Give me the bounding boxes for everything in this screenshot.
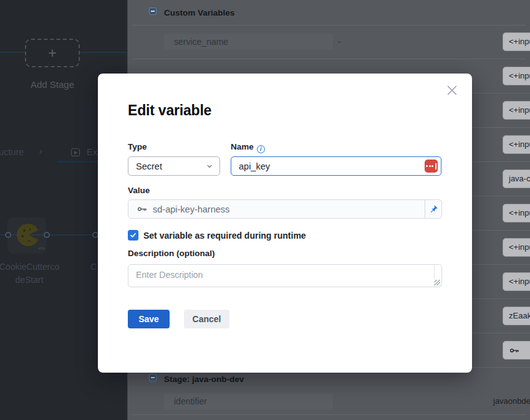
variable-value-input[interactable]: <+inpu [503,204,530,222]
code-badge-icon: </> [38,246,44,251]
resize-grip-icon[interactable] [435,280,440,285]
row-divider [473,230,530,231]
key-icon [509,345,519,356]
identifier-label-cell: identifier [164,393,333,409]
check-icon [130,232,137,239]
secret-value-field[interactable]: sd-api-key-harness [128,199,442,219]
secret-reference-text: sd-api-key-harness [153,204,425,214]
cookiecutter-step-icon[interactable] [16,222,41,247]
required-checkbox[interactable] [128,230,138,241]
type-select-value: Secret [136,161,162,171]
section-title-custom-variables: Custom Variables [164,8,234,17]
type-select[interactable]: Secret [128,156,220,176]
close-icon[interactable] [447,85,457,95]
row-divider [133,59,526,59]
password-manager-icon[interactable] [425,160,438,173]
chevron-down-icon [206,163,213,170]
edit-variable-dialog: Edit variable Type Secret Namei Value sd… [98,74,472,373]
required-checkbox-label[interactable]: Set variable as required during runtime [143,231,306,241]
variable-value-input[interactable]: <+inpu [503,238,530,257]
key-icon [137,204,147,214]
chevron-right-icon: › [39,144,42,158]
execution-play-icon [71,148,80,156]
tab-execution[interactable]: Ex [87,147,97,157]
node-label: CookieCutterco deStart [0,260,79,287]
graph-port-node[interactable] [5,232,11,238]
row-divider [473,298,530,299]
variable-secret-value-input[interactable] [503,341,530,360]
variable-value-input[interactable]: <+inpu [503,67,530,85]
name-field-wrapper [231,156,441,176]
pin-button[interactable] [425,200,441,218]
row-divider [473,367,530,368]
variable-value-input[interactable]: zEaak [503,307,530,325]
variable-name-cell[interactable]: service_name [164,34,333,50]
row-divider [133,25,526,26]
row-divider [473,161,530,162]
identifier-value: javaonbde [493,393,530,409]
variable-value-input[interactable]: <+inpu [503,272,530,291]
row-divider [473,93,530,93]
value-label: Value [128,186,150,195]
variable-value-input[interactable]: <+inpu [503,135,530,154]
cancel-button[interactable]: Cancel [184,310,229,328]
description-textarea[interactable] [128,264,442,287]
add-stage-label: Add Stage [2,79,102,90]
plus-icon: + [48,44,57,62]
collapse-section-icon[interactable] [149,374,157,381]
name-label: Namei [231,142,265,153]
variable-value-input[interactable]: <+inpu [503,101,530,120]
info-icon[interactable]: i [257,145,265,153]
description-field-wrapper [128,264,442,287]
section-title-stage: Stage: java-onb-dev [164,375,244,384]
row-divider [473,127,530,128]
row-divider [473,333,530,333]
name-input[interactable] [231,156,441,176]
save-button[interactable]: Save [128,310,170,328]
type-label: Type [128,142,147,151]
breadcrumb-truncated[interactable]: ucture [0,147,24,157]
variable-value-input[interactable]: java-c [503,169,530,188]
description-label: Description (optional) [128,249,215,258]
variable-value-input[interactable]: <+inpu [503,32,530,51]
row-divider [133,414,526,415]
collapse-section-icon[interactable] [149,7,157,15]
pin-icon [429,204,438,214]
variable-separator: - [338,34,341,50]
row-divider [473,264,530,265]
graph-port-node[interactable] [44,232,50,238]
row-divider [473,196,530,196]
add-stage-button[interactable]: + [25,39,80,67]
dialog-title: Edit variable [128,102,211,119]
